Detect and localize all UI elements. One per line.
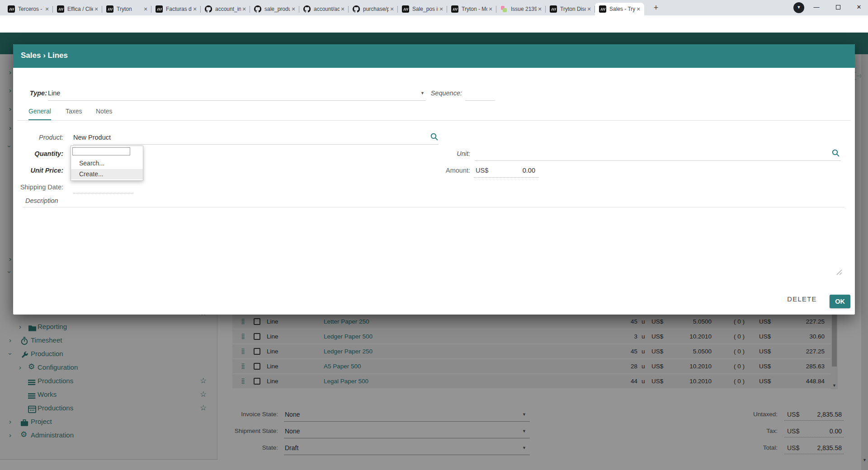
- tab-title: purchase/pu: [363, 6, 389, 12]
- dialog-header: Sales › Lines: [13, 44, 855, 68]
- browser-tab[interactable]: sale_produc✕: [250, 3, 299, 15]
- product-underline: [73, 144, 439, 145]
- tab-close-icon[interactable]: ✕: [93, 6, 99, 12]
- browser-tab-strip: Terceros - Tr✕Effica / Clien✕Tryton✕Fact…: [0, 0, 868, 15]
- tab-search-button[interactable]: ▼: [793, 2, 804, 13]
- browser-tab[interactable]: purchase/pu✕: [349, 3, 398, 15]
- type-label: Type:: [18, 89, 47, 97]
- window-maximize-button[interactable]: [828, 0, 848, 15]
- tab-divider: [18, 120, 850, 121]
- tab-close-icon[interactable]: ✕: [241, 6, 247, 12]
- amount-label: Amount:: [438, 167, 470, 174]
- github-icon: [254, 5, 261, 13]
- dropdown-option-search[interactable]: Search...: [71, 158, 143, 169]
- product-value[interactable]: New Product: [73, 134, 111, 141]
- tryton-icon: [156, 5, 163, 13]
- tryton-icon: [8, 5, 15, 13]
- unit-underline: [475, 160, 841, 161]
- browser-tab[interactable]: Tryton - Mo✕: [447, 3, 496, 15]
- browser-tab[interactable]: account/acc✕: [299, 3, 349, 15]
- browser-tab[interactable]: Tryton✕: [102, 3, 151, 15]
- tab-close-icon[interactable]: ✕: [290, 6, 297, 12]
- shipping-date-input[interactable]: [73, 193, 133, 193]
- quantity-label: Quantity:: [22, 150, 63, 157]
- tab-close-icon[interactable]: ✕: [537, 6, 543, 12]
- tab-close-icon[interactable]: ✕: [192, 6, 198, 12]
- tab-notes[interactable]: Notes: [96, 108, 113, 120]
- type-underline: [48, 100, 426, 101]
- window-minimize-button[interactable]: —: [807, 0, 826, 15]
- sequence-input[interactable]: [465, 100, 495, 101]
- shipping-date-label: Shipping Date:: [18, 183, 63, 191]
- amount-underline: [474, 177, 539, 178]
- github-icon: [353, 5, 360, 13]
- tryton-icon: [57, 5, 64, 13]
- issue-icon: [500, 5, 508, 13]
- tab-title: Tryton - Mo: [462, 6, 487, 12]
- tab-close-icon[interactable]: ✕: [438, 6, 444, 12]
- product-completion-dropdown: Search...Create...: [71, 146, 143, 181]
- tab-title: Sale_pos ins: [412, 6, 438, 12]
- amount-currency: US$: [476, 167, 488, 174]
- github-icon: [303, 5, 311, 13]
- product-search-icon[interactable]: [430, 132, 439, 141]
- description-label: Description: [25, 197, 75, 204]
- amount-value: 0.00: [504, 167, 535, 174]
- unit-price-label: Unit Price:: [18, 167, 63, 174]
- tab-title: account/acc: [314, 6, 340, 12]
- dropdown-option-create[interactable]: Create...: [71, 169, 143, 179]
- browser-tab[interactable]: Terceros - Tr✕: [4, 3, 53, 15]
- tab-close-icon[interactable]: ✕: [44, 6, 50, 12]
- tab-title: Facturas de: [166, 6, 192, 12]
- browser-tab[interactable]: Tryton Discu✕: [546, 3, 595, 15]
- tryton-icon: [106, 5, 113, 13]
- tab-close-icon[interactable]: ✕: [142, 6, 149, 12]
- github-icon: [205, 5, 212, 13]
- tab-title: Effica / Clien: [67, 6, 93, 12]
- browser-toolbar: demo6.0.tryton.org/#demo6.0/model/sale.s…: [0, 15, 868, 33]
- tryton-icon: [599, 5, 606, 13]
- description-textarea[interactable]: [23, 207, 844, 275]
- tab-title: Terceros - Tr: [18, 6, 44, 12]
- tab-title: Sales - Tryto: [609, 6, 635, 12]
- browser-tab[interactable]: Effica / Clien✕: [53, 3, 102, 15]
- tab-close-icon[interactable]: ✕: [487, 6, 494, 12]
- tab-close-icon[interactable]: ✕: [586, 6, 592, 12]
- tab-title: Tryton Discu: [560, 6, 586, 12]
- browser-tab[interactable]: account_inv✕: [201, 3, 250, 15]
- tab-title: sale_produc: [264, 6, 290, 12]
- tab-taxes[interactable]: Taxes: [66, 108, 82, 120]
- type-value[interactable]: Line: [48, 89, 60, 97]
- unit-search-icon[interactable]: [831, 149, 840, 157]
- sequence-label: Sequence:: [411, 89, 462, 97]
- completion-input[interactable]: [72, 147, 130, 155]
- browser-tab[interactable]: Facturas de✕: [151, 3, 201, 15]
- browser-tab[interactable]: Issue 21391✕: [496, 3, 546, 15]
- new-tab-button[interactable]: +: [650, 2, 662, 14]
- window-close-button[interactable]: ✕: [849, 0, 868, 15]
- browser-tab[interactable]: Sale_pos ins✕: [398, 3, 447, 15]
- tab-title: Tryton: [117, 6, 142, 12]
- tab-general[interactable]: General: [28, 108, 51, 120]
- product-label: Product:: [22, 134, 63, 141]
- delete-button[interactable]: DELETE: [784, 296, 820, 303]
- tab-close-icon[interactable]: ✕: [340, 6, 346, 12]
- screen: Terceros - Tr✕Effica / Clien✕Tryton✕Fact…: [0, 0, 868, 470]
- tab-close-icon[interactable]: ✕: [635, 6, 642, 12]
- tab-close-icon[interactable]: ✕: [389, 6, 395, 12]
- dialog-title: Sales › Lines: [21, 51, 68, 60]
- maximize-icon: [836, 5, 840, 9]
- tryton-icon: [451, 5, 458, 13]
- tab-title: Issue 21391: [511, 6, 537, 12]
- ok-button[interactable]: OK: [830, 295, 850, 308]
- unit-label: Unit:: [438, 150, 470, 157]
- tryton-icon: [402, 5, 409, 13]
- resize-grip-icon[interactable]: [836, 269, 842, 275]
- browser-tab[interactable]: Sales - Tryto✕: [595, 3, 644, 15]
- tab-title: account_inv: [215, 6, 241, 12]
- tryton-icon: [550, 5, 557, 13]
